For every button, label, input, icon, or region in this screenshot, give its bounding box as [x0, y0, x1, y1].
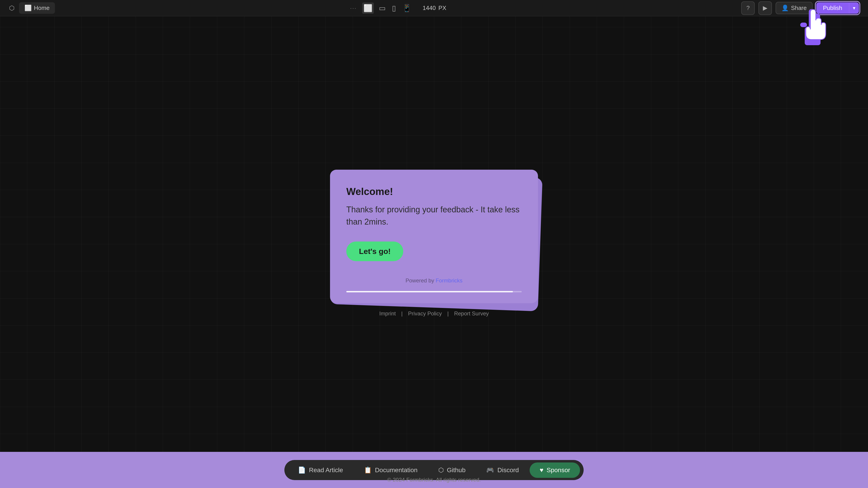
unit-label: PX: [438, 4, 446, 11]
tablet-landscape-btn[interactable]: ▭: [377, 2, 387, 14]
survey-title: Welcome!: [346, 186, 522, 197]
canvas-area: Welcome! Thanks for providing your feedb…: [0, 16, 868, 488]
home-tab[interactable]: ⬜ Home: [19, 2, 55, 14]
imprint-link[interactable]: Imprint: [379, 311, 396, 317]
publish-dropdown-arrow[interactable]: ▾: [849, 3, 859, 13]
report-survey-link[interactable]: Report Survey: [454, 311, 489, 317]
publish-dropdown: Publish ▾: [816, 2, 859, 14]
copyright-text: © 2024 Formbricks. All rights reserved.: [387, 477, 481, 483]
toolbar-right: ? ▶ 👤 Share Publish ▾: [741, 1, 859, 15]
more-options-icon[interactable]: ···: [350, 4, 356, 12]
width-value: 1440: [423, 4, 436, 11]
mobile-btn[interactable]: 📱: [401, 2, 413, 14]
toolbar-center: ··· ⬜ ▭ ▯ 📱 1440 PX: [55, 2, 741, 14]
separator-1: |: [401, 311, 403, 317]
bottom-toolbar: 📄 Read Article 📋 Documentation ⬡ Github …: [0, 452, 868, 488]
survey-card-wrapper: Welcome! Thanks for providing your feedb…: [330, 170, 538, 303]
publish-button[interactable]: Publish: [816, 2, 849, 14]
tablet-portrait-btn[interactable]: ▯: [391, 2, 397, 14]
dimension-display: 1440 PX: [423, 4, 446, 11]
top-toolbar: ⬡ ⬜ Home ··· ⬜ ▭ ▯ 📱 1440 PX ? ▶ 👤 Share: [0, 0, 868, 16]
home-tab-icon: ⬜: [24, 4, 32, 11]
toolbar-left: ⬡ ⬜ Home: [9, 2, 55, 14]
share-button[interactable]: 👤 Share: [776, 2, 812, 14]
survey-footer: Powered by Formbricks: [346, 272, 522, 292]
separator-2: |: [447, 311, 449, 317]
share-icon: 👤: [781, 4, 789, 11]
play-icon-btn[interactable]: ▶: [758, 1, 772, 15]
survey-body: Thanks for providing your feedback - It …: [346, 203, 522, 228]
menu-icon[interactable]: ⬡: [9, 4, 14, 12]
desktop-frame-btn[interactable]: ⬜: [362, 2, 374, 14]
share-label: Share: [791, 4, 807, 11]
progress-bar: [346, 291, 522, 292]
survey-card-content: Welcome! Thanks for providing your feedb…: [346, 186, 522, 272]
formbricks-link[interactable]: Formbricks: [436, 278, 463, 284]
frame-controls: ⬜ ▭ ▯ 📱: [362, 2, 413, 14]
privacy-policy-link[interactable]: Privacy Policy: [408, 311, 442, 317]
help-icon-btn[interactable]: ?: [741, 1, 755, 15]
survey-cta-button[interactable]: Let's go!: [346, 241, 403, 261]
survey-links: Imprint | Privacy Policy | Report Survey: [379, 311, 489, 317]
publish-label: Publish: [823, 4, 842, 11]
powered-by: Powered by Formbricks: [346, 278, 522, 284]
home-tab-label: Home: [34, 4, 50, 11]
progress-bar-fill: [346, 291, 513, 292]
survey-card: Welcome! Thanks for providing your feedb…: [330, 170, 538, 303]
copyright-footer: © 2024 Formbricks. All rights reserved.: [0, 472, 868, 488]
